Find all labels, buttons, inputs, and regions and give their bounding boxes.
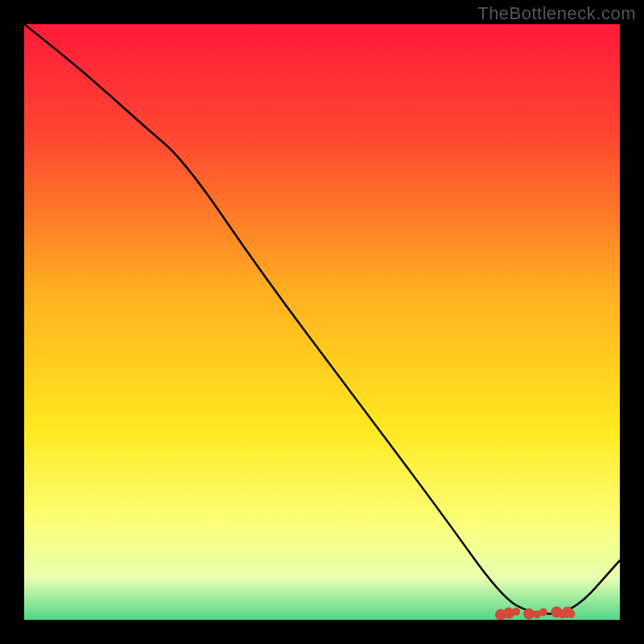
watermark-text: TheBottleneck.com: [477, 3, 636, 24]
svg-point-9: [503, 608, 514, 619]
chart-svg: [24, 24, 620, 620]
svg-point-10: [562, 607, 573, 618]
svg-point-5: [539, 608, 547, 616]
svg-point-3: [523, 608, 535, 619]
chart-frame: TheBottleneck.com: [0, 0, 644, 644]
gradient-background: [24, 24, 620, 620]
plot-area: [24, 24, 620, 620]
